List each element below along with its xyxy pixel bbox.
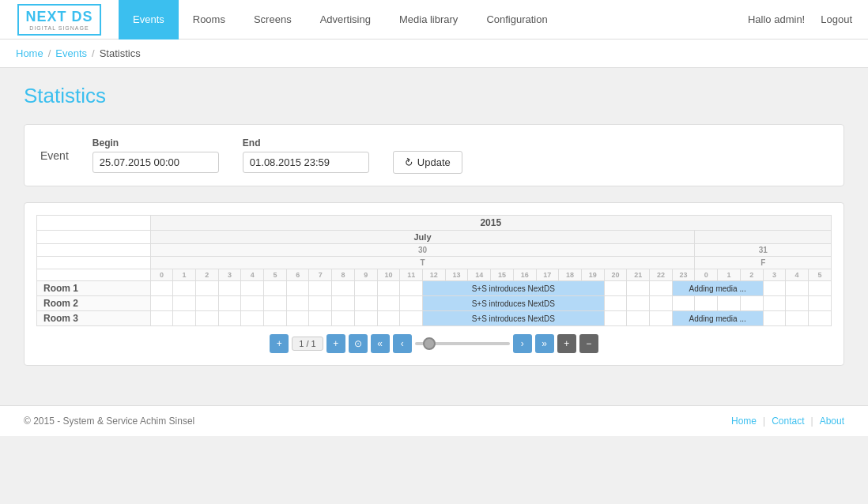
nav-configuration[interactable]: Configuration bbox=[472, 0, 561, 39]
header-right: Hallo admin! Logout bbox=[748, 13, 868, 25]
tl-add-left[interactable]: + bbox=[270, 334, 289, 353]
hour-cell: 13 bbox=[445, 269, 468, 281]
hour-cell: 0 bbox=[695, 269, 718, 281]
day30: 30 bbox=[150, 244, 695, 257]
empty-cell bbox=[332, 296, 355, 311]
main-content: Statistics Event Begin End ↻ Update 2015 bbox=[0, 68, 868, 382]
event-label: Event bbox=[40, 149, 69, 162]
nav-screens[interactable]: Screens bbox=[240, 0, 306, 39]
empty-cell bbox=[218, 281, 241, 296]
hour-cell: 20 bbox=[604, 269, 627, 281]
footer-contact[interactable]: Contact bbox=[772, 416, 804, 427]
empty-header5 bbox=[37, 269, 151, 281]
begin-field: Begin bbox=[92, 137, 219, 173]
empty-cell bbox=[241, 281, 264, 296]
breadcrumb-events[interactable]: Events bbox=[55, 47, 87, 59]
end-input[interactable] bbox=[243, 152, 369, 173]
update-button[interactable]: ↻ Update bbox=[393, 151, 462, 174]
empty-cell bbox=[173, 281, 196, 296]
day-t: T bbox=[150, 257, 695, 269]
breadcrumb-sep2: / bbox=[92, 47, 95, 59]
hour-cell: 3 bbox=[763, 269, 786, 281]
footer-copyright: © 2015 - System & Service Achim Sinsel bbox=[24, 416, 194, 427]
empty-cell bbox=[286, 281, 309, 296]
tl-arrows-right[interactable]: » bbox=[535, 334, 554, 353]
tl-arrow-right[interactable]: › bbox=[513, 334, 532, 353]
event-cell: Adding media ... bbox=[672, 281, 763, 296]
tl-minus[interactable]: − bbox=[579, 334, 598, 353]
event-cell: S+S introduces NextDS bbox=[423, 281, 605, 296]
page-title: Statistics bbox=[24, 84, 844, 108]
empty-header2 bbox=[37, 231, 151, 244]
empty-cell bbox=[332, 311, 355, 326]
empty-cell bbox=[695, 296, 718, 311]
logo: NEXT DS DIGITAL SIGNAGE bbox=[0, 4, 119, 36]
nav-rooms[interactable]: Rooms bbox=[179, 0, 240, 39]
hour-cell: 18 bbox=[559, 269, 582, 281]
year-header: 2015 bbox=[150, 216, 831, 231]
footer-home[interactable]: Home bbox=[731, 416, 757, 427]
header: NEXT DS DIGITAL SIGNAGE Events Rooms Scr… bbox=[0, 0, 868, 39]
tl-arrow-left[interactable]: ‹ bbox=[393, 334, 412, 353]
empty-cell bbox=[763, 296, 786, 311]
empty-cell bbox=[218, 296, 241, 311]
nav-advertising[interactable]: Advertising bbox=[306, 0, 385, 39]
empty-cell bbox=[150, 311, 173, 326]
hour-cell: 16 bbox=[513, 269, 536, 281]
event-cell: Adding media ... bbox=[672, 311, 763, 326]
empty-cell bbox=[763, 311, 786, 326]
empty-cell bbox=[377, 311, 400, 326]
nav-media-library[interactable]: Media library bbox=[385, 0, 472, 39]
empty-cell bbox=[808, 311, 831, 326]
empty-cell bbox=[377, 296, 400, 311]
empty-cell bbox=[218, 311, 241, 326]
empty-header4 bbox=[37, 257, 151, 269]
table-row: Room 1S+S introduces NextDSAdding media … bbox=[37, 281, 832, 296]
end-field: End bbox=[243, 137, 369, 173]
logo-top: NEXT DS bbox=[25, 9, 92, 25]
empty-cell bbox=[808, 281, 831, 296]
hour-cell: 2 bbox=[740, 269, 763, 281]
timeline-controls: + 1 / 1 + ⊙ « ‹ › » + − bbox=[36, 334, 832, 353]
empty-cell bbox=[604, 311, 627, 326]
empty-header3 bbox=[37, 244, 151, 257]
empty-cell bbox=[309, 311, 332, 326]
footer-sep1: | bbox=[763, 416, 765, 427]
hour-cell: 7 bbox=[309, 269, 332, 281]
empty-cell bbox=[264, 311, 287, 326]
calendar-wrapper: 2015 July 30 31 T F bbox=[36, 215, 832, 326]
footer-about[interactable]: About bbox=[820, 416, 844, 427]
nav-events[interactable]: Events bbox=[119, 0, 179, 39]
refresh-icon: ↻ bbox=[402, 155, 416, 169]
begin-input[interactable] bbox=[92, 152, 219, 173]
empty-cell bbox=[400, 296, 423, 311]
empty-cell bbox=[627, 296, 650, 311]
room-label: Room 3 bbox=[37, 311, 151, 326]
logo-box: NEXT DS DIGITAL SIGNAGE bbox=[17, 4, 100, 36]
breadcrumb-home[interactable]: Home bbox=[16, 47, 43, 59]
calendar-table: 2015 July 30 31 T F bbox=[36, 215, 832, 326]
tl-clock[interactable]: ⊙ bbox=[349, 334, 368, 353]
tl-add-right[interactable]: + bbox=[326, 334, 345, 353]
event-cell: S+S introduces NextDS bbox=[423, 296, 605, 311]
tl-slider[interactable] bbox=[415, 342, 510, 345]
empty-cell bbox=[672, 296, 695, 311]
empty-cell bbox=[377, 281, 400, 296]
hour-cell: 4 bbox=[786, 269, 809, 281]
tl-arrows[interactable]: « bbox=[371, 334, 390, 353]
tl-plus[interactable]: + bbox=[557, 334, 576, 353]
hour-cell: 5 bbox=[808, 269, 831, 281]
hour-cell: 21 bbox=[627, 269, 650, 281]
empty-cell bbox=[650, 296, 673, 311]
update-label: Update bbox=[417, 156, 451, 168]
empty-header bbox=[37, 216, 151, 231]
empty-cell bbox=[195, 311, 218, 326]
month-header2 bbox=[695, 231, 832, 244]
day31: 31 bbox=[695, 244, 832, 257]
breadcrumb-sep1: / bbox=[48, 47, 51, 59]
room-label: Room 2 bbox=[37, 296, 151, 311]
hour-cell: 2 bbox=[195, 269, 218, 281]
footer-sep2: | bbox=[811, 416, 813, 427]
logout-link[interactable]: Logout bbox=[821, 13, 852, 25]
footer: © 2015 - System & Service Achim Sinsel H… bbox=[0, 405, 868, 436]
